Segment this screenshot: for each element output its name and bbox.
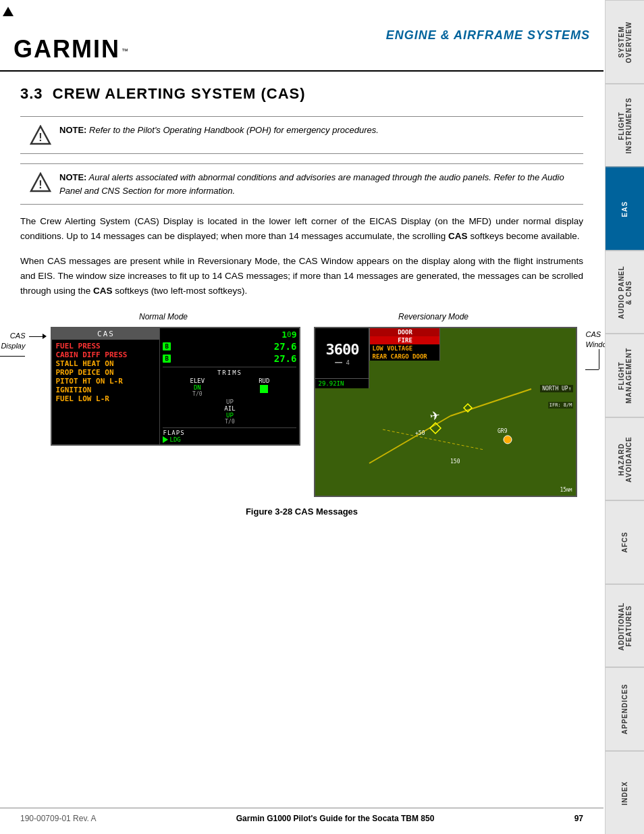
header-title: ENGINE & AIRFRAME SYSTEMS <box>386 28 590 43</box>
sidebar-tab-afcs[interactable]: AFCS <box>606 500 644 584</box>
note-text-2: NOTE: Aural alerts associated with abnor… <box>59 171 574 197</box>
svg-text:!: ! <box>38 179 42 190</box>
svg-text:!: ! <box>38 132 42 143</box>
svg-point-9 <box>504 436 512 444</box>
figure-row: CASDisplay CAS <box>0 327 612 497</box>
section-title: 3.3 CREW ALERTING SYSTEM (CAS) <box>20 85 583 103</box>
cas-msg-fuel-press: FUEL PRESS <box>55 342 156 350</box>
cas-header-bar: CAS <box>52 328 159 340</box>
footer-page: 97 <box>574 814 583 823</box>
page-header: GARMIN™ ENGINE & AIRFRAME SYSTEMS <box>0 0 603 72</box>
svg-text:150: 150 <box>450 459 460 465</box>
sidebar-tab-flight-management[interactable]: FLIGHTMANAGEMENT <box>606 334 644 417</box>
cas-msg-stall-heat: STALL HEAT ON <box>55 359 156 368</box>
logo-area: GARMIN™ <box>14 7 128 63</box>
cas-msg-fuel-low: FUEL LOW L-R <box>55 394 156 403</box>
footer-part-number: 190-00709-01 Rev. A <box>20 814 97 823</box>
body-paragraph-2: When CAS messages are present while in R… <box>20 254 583 299</box>
rev-cas-fire: FIRE <box>370 336 439 344</box>
page-footer: 190-00709-01 Rev. A Garmin G1000 Pilot's… <box>0 808 603 823</box>
logo-triangle-icon <box>3 7 14 16</box>
cas-instrument-screen: CAS FUEL PRESS CABIN DIFF PRESS STALL HE… <box>51 327 300 446</box>
normal-mode-label: Normal Mode <box>38 312 288 321</box>
rev-cas-door: DOOR <box>370 328 439 336</box>
rev-cas-low-voltage: LOW VOLTAGE <box>370 344 439 353</box>
main-content: 3.3 CREW ALERTING SYSTEM (CAS) ! NOTE: R… <box>0 72 603 530</box>
footer-title: Garmin G1000 Pilot's Guide for the Socat… <box>236 814 435 823</box>
sidebar-tab-eas[interactable]: EAS <box>606 167 644 251</box>
cas-display-label: CASDisplay <box>1 331 25 350</box>
caution-icon-1: ! <box>30 125 51 147</box>
note-box-1: ! NOTE: Refer to the Pilot's Operating H… <box>20 116 583 154</box>
sidebar-tab-hazard-avoidance[interactable]: HAZARDAVOIDANCE <box>606 417 644 501</box>
note-box-2: ! NOTE: Aural alerts associated with abn… <box>20 163 583 205</box>
sidebar-tab-appendices[interactable]: APPENDICES <box>606 667 644 751</box>
body-paragraph-1: The Crew Alerting System (CAS) Display i… <box>20 214 583 244</box>
sidebar-tab-additional-features[interactable]: ADDITIONALFEATURES <box>606 584 644 668</box>
cas-msg-cabin-diff: CABIN DIFF PRESS <box>55 350 156 359</box>
rev-mode-label: Reversionary Mode <box>302 312 565 321</box>
sidebar-tab-flight-instruments[interactable]: FLIGHTINSTRUMENTS <box>606 84 644 167</box>
rev-cas-rear-cargo: REAR CARGO DOOR <box>370 353 439 361</box>
svg-text:+50: +50 <box>415 430 425 436</box>
sidebar-tab-system-overview[interactable]: SYSTEMOVERVIEW <box>606 0 644 84</box>
cas-reversionary-wrapper: 3600 ━━ 4 29.92IN DOOR FIRE LOW VOLTAGE … <box>314 327 612 497</box>
svg-text:GR9: GR9 <box>498 428 508 434</box>
logo-text: GARMIN <box>14 35 120 63</box>
note-text-1: NOTE: Refer to the Pilot's Operating Han… <box>59 124 379 137</box>
figure-caption: Figure 3-28 CAS Messages <box>246 506 358 517</box>
cas-messages-list: FUEL PRESS CABIN DIFF PRESS STALL HEAT O… <box>52 340 159 405</box>
caution-icon-2: ! <box>30 172 51 194</box>
figure-area: Normal Mode Reversionary Mode CASDisplay <box>20 312 583 517</box>
svg-line-5 <box>450 389 531 416</box>
cas-normal-wrapper: CASDisplay CAS <box>0 327 300 446</box>
right-sidebar: SYSTEMOVERVIEW FLIGHTINSTRUMENTS EAS AUD… <box>605 0 644 834</box>
cas-msg-ignition: IGNITION <box>55 386 156 394</box>
sidebar-tab-index[interactable]: INDEX <box>606 751 644 835</box>
cas-msg-prop-deice: PROP DEICE ON <box>55 368 156 377</box>
reversionary-screen: 3600 ━━ 4 29.92IN DOOR FIRE LOW VOLTAGE … <box>314 327 577 497</box>
logo-trademark: ™ <box>122 47 128 55</box>
cas-msg-pitot-ht: PITOT HT ON L-R <box>55 377 156 386</box>
svg-line-4 <box>369 416 450 463</box>
sidebar-tab-audio-panel[interactable]: AUDIO PANEL& CNS <box>606 251 644 334</box>
